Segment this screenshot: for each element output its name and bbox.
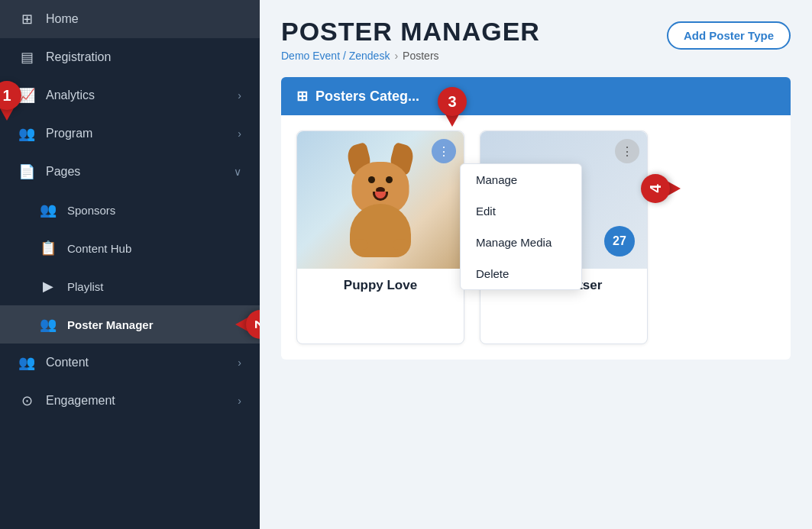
dog-paw-left — [351, 239, 368, 250]
breadcrumb-link[interactable]: Demo Event / Zendesk — [281, 50, 390, 62]
registration-icon: ▤ — [18, 49, 35, 66]
content-icon: 👥 — [18, 354, 35, 371]
content-hub-icon: 📋 — [40, 240, 57, 256]
poster-title-puppy-love: Puppy Love — [297, 269, 464, 302]
program-icon: 👥 — [18, 125, 35, 142]
engagement-icon: ⊙ — [18, 392, 35, 409]
page-title: POSTER MANAGER — [281, 17, 540, 47]
dropdown-delete[interactable]: Delete — [461, 258, 581, 289]
breadcrumb: Demo Event / Zendesk › Posters — [281, 50, 540, 62]
category-header: ⊞ Posters Categ... — [281, 77, 791, 115]
add-poster-type-button[interactable]: Add Poster Type — [667, 21, 791, 50]
chevron-icon: › — [238, 395, 241, 407]
sidebar-item-label: Engagement — [46, 394, 115, 408]
dog-illustration — [331, 143, 430, 257]
sidebar-item-label: Playlist — [67, 280, 104, 293]
ellipsis-icon: ⋮ — [438, 144, 450, 159]
category-title: Posters Categ... — [315, 89, 419, 105]
main-header: POSTER MANAGER Demo Event / Zendesk › Po… — [260, 0, 812, 69]
pages-icon: 📄 — [18, 163, 35, 180]
poster-dropdown-menu: Manage Edit Manage Media Delete — [460, 163, 582, 290]
dropdown-manage-media[interactable]: Manage Media — [461, 227, 581, 258]
sidebar-item-registration[interactable]: ▤ Registration — [0, 38, 260, 76]
sponsors-icon: 👥 — [40, 202, 57, 218]
poster-manager-icon: 👥 — [40, 316, 57, 333]
sidebar-item-content[interactable]: 👥 Content › — [0, 344, 260, 382]
sidebar-item-label: Registration — [46, 50, 111, 64]
grid-icon: ⊞ — [296, 88, 308, 105]
breadcrumb-separator: › — [394, 50, 398, 62]
sidebar-item-engagement[interactable]: ⊙ Engagement › — [0, 382, 260, 420]
sidebar-item-label: Program — [46, 127, 92, 140]
playlist-icon: ▶ — [40, 278, 57, 295]
dropdown-manage[interactable]: Manage — [461, 164, 581, 195]
sidebar-item-label: Poster Manager — [67, 318, 154, 331]
sidebar-item-label: Home — [46, 12, 79, 26]
dog-eye-left — [368, 176, 375, 183]
chevron-down-icon: ∨ — [234, 166, 241, 178]
poster-menu-button-2[interactable]: ⋮ — [615, 139, 639, 163]
dropdown-edit[interactable]: Edit — [461, 195, 581, 227]
sidebar-item-program[interactable]: 👥 Program › — [0, 115, 260, 153]
sidebar-item-sponsors[interactable]: 👥 Sponsors — [0, 191, 260, 229]
badge-count: 27 — [604, 226, 635, 256]
sidebar-item-label: Content — [46, 356, 89, 369]
analytics-icon: 📈 — [18, 87, 35, 104]
ellipsis-icon-2: ⋮ — [621, 144, 633, 159]
sidebar-item-label: Sponsors — [67, 204, 115, 217]
home-icon: ⊞ — [18, 11, 35, 27]
sidebar-item-label: Analytics — [46, 89, 95, 102]
sidebar-item-home[interactable]: ⊞ Home — [0, 0, 260, 38]
sidebar: ⊞ Home ▤ Registration 📈 Analytics › 1 👥 … — [0, 0, 260, 529]
breadcrumb-current: Posters — [403, 50, 438, 62]
sidebar-item-label: Pages — [46, 165, 80, 179]
poster-card-inner: ⋮ 3 Manage Edit Manage Media Delete — [297, 131, 464, 269]
sidebar-item-analytics[interactable]: 📈 Analytics › 1 — [0, 76, 260, 115]
category-body: ⋮ 3 Manage Edit Manage Media Delete — [281, 115, 791, 360]
category-section: ⊞ Posters Categ... — [281, 77, 791, 529]
sidebar-item-playlist[interactable]: ▶ Playlist — [0, 267, 260, 305]
sidebar-item-pages[interactable]: 📄 Pages ∨ — [0, 153, 260, 191]
dog-paw-right — [393, 239, 409, 250]
main-content: POSTER MANAGER Demo Event / Zendesk › Po… — [260, 0, 812, 529]
sidebar-item-label: Content Hub — [67, 242, 131, 255]
annotation-2: 2 — [246, 310, 260, 339]
sidebar-item-poster-manager[interactable]: 👥 Poster Manager 2 — [0, 305, 260, 344]
chevron-icon: › — [238, 356, 241, 369]
poster-card-puppy-love: ⋮ 3 Manage Edit Manage Media Delete — [296, 131, 464, 344]
poster-menu-button[interactable]: ⋮ — [432, 139, 456, 163]
dog-eye-right — [386, 176, 393, 183]
chevron-icon: › — [238, 89, 241, 102]
chevron-icon: › — [238, 127, 241, 140]
sidebar-item-content-hub[interactable]: 📋 Content Hub — [0, 229, 260, 267]
header-left: POSTER MANAGER Demo Event / Zendesk › Po… — [281, 17, 540, 62]
